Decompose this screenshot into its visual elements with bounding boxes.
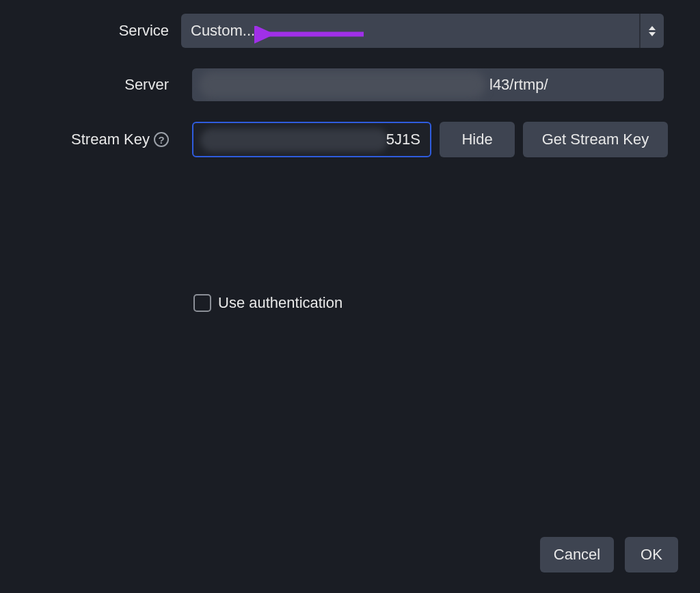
- redacted-blur: [200, 129, 388, 152]
- get-stream-key-button[interactable]: Get Stream Key: [523, 122, 668, 157]
- redacted-blur: [199, 71, 486, 98]
- use-authentication-checkbox[interactable]: [193, 294, 211, 312]
- updown-icon: [641, 14, 664, 48]
- cancel-button[interactable]: Cancel: [540, 537, 614, 572]
- use-authentication-label: Use authentication: [218, 294, 342, 312]
- hide-button[interactable]: Hide: [440, 122, 515, 157]
- stream-key-value-tail: 5J1S: [386, 131, 420, 148]
- help-icon[interactable]: ?: [154, 132, 169, 147]
- server-label: Server: [0, 76, 181, 94]
- ok-button[interactable]: OK: [625, 537, 678, 572]
- stream-key-input[interactable]: 5J1S: [192, 122, 431, 157]
- stream-key-label: Stream Key ?: [0, 131, 181, 148]
- service-selected-value: Custom...: [191, 22, 255, 40]
- service-dropdown[interactable]: Custom...: [181, 14, 664, 48]
- server-value-tail: l43/rtmp/: [489, 76, 548, 94]
- service-label: Service: [0, 22, 181, 40]
- server-input[interactable]: l43/rtmp/: [192, 68, 664, 101]
